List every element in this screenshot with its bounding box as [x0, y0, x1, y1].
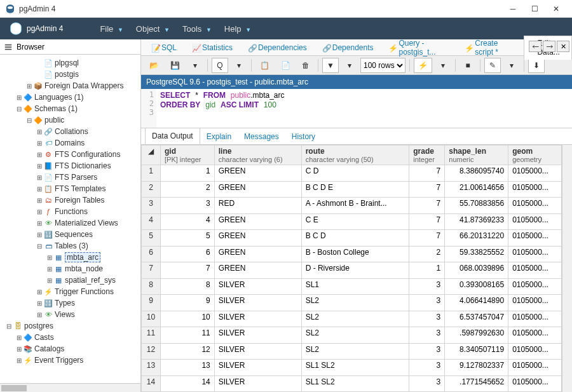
tree-item[interactable]: ⊞🔷Languages (1) — [0, 91, 140, 103]
tree-twisty[interactable]: ⊞ — [15, 346, 23, 353]
cell[interactable]: C D — [301, 165, 409, 182]
cell[interactable]: 7 — [409, 165, 445, 182]
table-row[interactable]: 1414SILVERSL1 SL23.17715456520105000... — [142, 375, 562, 392]
tree-twisty[interactable]: ⊞ — [36, 128, 43, 135]
cell[interactable]: SILVER — [214, 327, 301, 344]
cell[interactable]: 1 — [409, 262, 445, 279]
cell[interactable]: 3 — [409, 295, 445, 311]
download-button[interactable]: ⬇ — [528, 58, 545, 73]
cell[interactable]: D - Riverside — [301, 262, 409, 279]
cell[interactable]: 9.127802337 — [445, 360, 508, 376]
tab-statistics[interactable]: 📈Statistics — [188, 41, 236, 55]
subtab-messages[interactable]: Messages — [238, 129, 285, 144]
cell[interactable]: 7 — [409, 181, 445, 198]
cell[interactable]: 068.0039896 — [445, 262, 508, 279]
cell[interactable]: .5987992630 — [445, 327, 508, 344]
tree-item[interactable]: ⊞👁Views — [0, 309, 140, 320]
row-number[interactable]: 11 — [142, 327, 161, 344]
cell[interactable]: 3 — [409, 327, 445, 344]
cell[interactable]: GREEN — [214, 181, 301, 198]
cell[interactable]: 1 — [161, 165, 215, 182]
cell[interactable]: 7 — [409, 230, 445, 247]
delete-button[interactable]: 🗑 — [297, 58, 314, 73]
row-number[interactable]: 6 — [142, 246, 161, 262]
tree-item[interactable]: ⊞🔷Casts — [0, 332, 140, 343]
object-tree[interactable]: 📄plpgsql📄postgis⊞📦Foreign Data Wrappers⊞… — [0, 55, 140, 383]
table-row[interactable]: 55GREENB C D766.201312200105000... — [142, 230, 562, 247]
row-number[interactable]: 14 — [142, 375, 161, 392]
cell[interactable]: GREEN — [214, 213, 301, 230]
tree-twisty[interactable]: ⊞ — [36, 151, 43, 158]
table-row[interactable]: 11GREENC D78.3860957400105000... — [142, 165, 562, 182]
cell[interactable]: 66.20131220 — [445, 230, 508, 247]
find-dropdown[interactable]: ▾ — [231, 58, 247, 73]
tree-item[interactable]: ⊞🔢Sequences — [0, 229, 140, 240]
cell[interactable]: 0105000... — [508, 343, 562, 360]
tree-item[interactable]: ⊞ƒFunctions — [0, 206, 140, 217]
table-row[interactable]: 1212SILVERSL238.3405071190105000... — [142, 343, 562, 360]
tree-item[interactable]: ⊞▦spatial_ref_sys — [0, 274, 140, 286]
table-row[interactable]: 1313SILVERSL1 SL239.1278023370105000... — [142, 360, 562, 376]
cell[interactable]: SILVER — [214, 343, 301, 360]
cell[interactable]: 13 — [161, 360, 215, 376]
subtab-explain[interactable]: Explain — [200, 129, 238, 144]
tree-item[interactable]: ⊟🗄postgres — [0, 320, 140, 332]
tree-twisty[interactable]: ⊞ — [36, 220, 43, 227]
tree-item[interactable]: ⊞🔠Types — [0, 297, 140, 309]
table-row[interactable]: 44GREENC E741.873692330105000... — [142, 213, 562, 230]
tree-twisty[interactable]: ⊞ — [25, 83, 33, 90]
tab-close[interactable]: ✕ — [557, 41, 569, 52]
cell[interactable]: 0105000... — [508, 278, 562, 295]
menu-object[interactable]: Object ▼ — [136, 24, 170, 34]
data-grid[interactable]: ◢gid[PK] integerlinecharacter varying (6… — [141, 145, 562, 392]
cell[interactable]: 3 — [409, 278, 445, 295]
sidebar-scrollbar[interactable] — [0, 383, 140, 392]
row-number[interactable]: 12 — [142, 343, 161, 360]
cell[interactable]: GREEN — [214, 246, 301, 262]
cell[interactable]: 0105000... — [508, 327, 562, 344]
table-row[interactable]: 66GREENB - Boston College259.33825552010… — [142, 246, 562, 262]
tree-item[interactable]: ⊞🔗Collations — [0, 126, 140, 137]
cell[interactable]: 3 — [409, 375, 445, 392]
tree-item[interactable]: ⊞⚙FTS Configurations — [0, 149, 140, 160]
cell[interactable]: 8 — [161, 278, 215, 295]
grid-vscroll[interactable] — [562, 145, 572, 392]
tree-twisty[interactable]: ⊞ — [36, 163, 43, 170]
tree-item[interactable]: ⊞⚡Event Triggers — [0, 355, 140, 366]
save-button[interactable]: 💾 — [166, 58, 184, 73]
cell[interactable]: 2 — [161, 181, 215, 198]
tab-dependents[interactable]: 🔗Dependents — [318, 41, 378, 55]
table-row[interactable]: 1111SILVERSL23.59879926300105000... — [142, 327, 562, 344]
tab-sql[interactable]: 📝SQL — [147, 41, 180, 55]
cell[interactable]: 7 — [409, 198, 445, 214]
tree-twisty[interactable]: ⊞ — [36, 186, 43, 193]
tree-twisty[interactable]: ⊟ — [25, 117, 33, 124]
tree-twisty[interactable]: ⊞ — [36, 197, 43, 204]
filter-dropdown[interactable]: ▾ — [341, 58, 358, 73]
cell[interactable]: 0105000... — [508, 311, 562, 327]
cell[interactable]: 9 — [161, 295, 215, 311]
cell[interactable]: 7 — [409, 213, 445, 230]
cell[interactable]: 5 — [161, 230, 215, 247]
cell[interactable]: GREEN — [214, 262, 301, 279]
tree-item[interactable]: ⊟🔶Schemas (1) — [0, 103, 140, 114]
tree-item[interactable]: ⊞📘FTS Dictionaries — [0, 160, 140, 172]
tree-twisty[interactable]: ⊞ — [15, 357, 23, 364]
tree-twisty[interactable]: ⊟ — [15, 105, 23, 112]
row-number[interactable]: 9 — [142, 295, 161, 311]
paste-button[interactable]: 📄 — [276, 58, 295, 73]
tree-twisty[interactable]: ⊞ — [15, 334, 23, 341]
tree-twisty[interactable]: ⊞ — [15, 94, 23, 101]
cell[interactable]: SL1 — [301, 278, 409, 295]
cell[interactable]: 8.340507119 — [445, 343, 508, 360]
edit-button[interactable]: ✎ — [484, 58, 501, 73]
stop-button[interactable]: ■ — [460, 58, 476, 73]
table-row[interactable]: 1010SILVERSL236.5374570470105000... — [142, 311, 562, 327]
column-header[interactable]: gradeinteger — [409, 145, 445, 165]
cell[interactable]: 0105000... — [508, 295, 562, 311]
cell[interactable]: 10 — [161, 311, 215, 327]
table-row[interactable]: 77GREEND - Riverside1068.00398960105000.… — [142, 262, 562, 279]
tree-twisty[interactable]: ⊞ — [36, 174, 43, 181]
tree-item[interactable]: 📄plpgsql — [0, 57, 140, 69]
tree-twisty[interactable]: ⊞ — [36, 288, 43, 295]
